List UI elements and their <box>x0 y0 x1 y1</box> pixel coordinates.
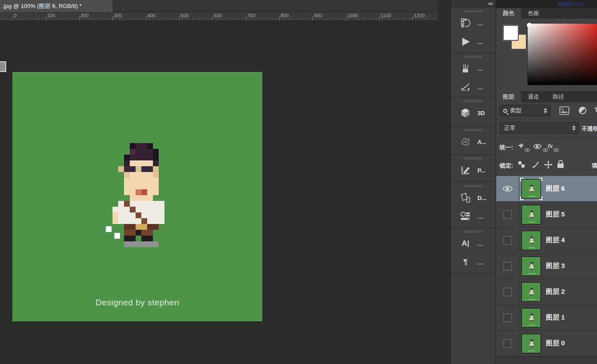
panel-button-cube-3d[interactable]: 3D <box>451 104 496 122</box>
pixel-cell <box>533 317 533 318</box>
saturation-brightness-field[interactable] <box>527 23 597 85</box>
canvas-artwork[interactable]: Designed by stephen <box>12 72 262 321</box>
panel-button-devices[interactable]: D... <box>451 188 496 207</box>
ruler-label: 1200 <box>414 13 425 18</box>
layer-visibility-toggle[interactable] <box>496 228 519 253</box>
pixel-cell <box>136 224 141 230</box>
pixel-cell <box>130 184 136 189</box>
blend-mode-dropdown[interactable]: 正常 <box>500 122 579 134</box>
tab-layers[interactable]: 图层 <box>496 91 521 103</box>
layer-visibility-toggle[interactable] <box>496 279 519 304</box>
chevron-updown-icon <box>544 108 547 113</box>
panel-grip[interactable] <box>464 185 483 187</box>
layer-visibility-toggle[interactable] <box>496 202 519 227</box>
pixel-cell <box>153 224 159 230</box>
color-panel-body <box>496 19 597 91</box>
unify-position-button[interactable] <box>517 143 530 149</box>
layer-filter-row: 类型 T <box>496 103 597 119</box>
layer-name[interactable]: 图层 3 <box>546 253 565 279</box>
pixel-cell <box>153 218 159 224</box>
layer-filter-type-dropdown[interactable]: 类型 <box>500 105 550 116</box>
filter-type-layers-icon[interactable]: T <box>594 106 597 113</box>
character-panel-icon: A| <box>458 239 473 248</box>
layer-thumbnail[interactable] <box>521 308 541 328</box>
pixel-cell <box>153 241 159 247</box>
panel-grip[interactable] <box>464 129 483 131</box>
pixel-cell <box>147 155 153 160</box>
layer-name[interactable]: 图层 4 <box>546 228 565 253</box>
pixel-cell <box>130 241 136 247</box>
pixel-cell <box>147 207 153 212</box>
pixel-cell <box>118 218 124 224</box>
layer-name[interactable]: 图层 1 <box>546 305 565 330</box>
layer-row[interactable]: 图层 3 <box>496 253 597 279</box>
lock-position-button[interactable] <box>544 160 553 171</box>
pixel-cell <box>136 195 141 201</box>
panel-grip[interactable] <box>464 56 483 58</box>
layer-row[interactable]: 图层 2 <box>496 279 597 305</box>
layer-thumbnail[interactable] <box>521 282 541 302</box>
panel-grip[interactable] <box>464 231 483 233</box>
panel-button-actions-play[interactable]: ... <box>451 32 496 51</box>
tab-paths[interactable]: 路径 <box>546 91 571 103</box>
panel-button-measure-pen[interactable]: P... <box>451 161 496 180</box>
pixel-cell <box>147 178 153 184</box>
pixel-cell <box>533 242 533 243</box>
layer-thumbnail[interactable] <box>521 204 541 225</box>
pixel-cell <box>141 230 147 236</box>
layer-visibility-toggle[interactable] <box>496 253 519 279</box>
layer-name[interactable]: 图层 5 <box>546 202 565 227</box>
pixel-cell <box>533 320 533 320</box>
layer-name[interactable]: 图层 0 <box>546 331 565 356</box>
color-gradient <box>528 24 597 85</box>
document-tab-bar: .jpg @ 100% (图层 6, RGB/8) * <box>0 0 438 12</box>
layer-visibility-toggle[interactable] <box>496 305 519 330</box>
pixel-cell <box>533 191 533 191</box>
tab-swatches[interactable]: 色板 <box>521 8 546 19</box>
layer-row[interactable]: 图层 0 <box>496 331 597 356</box>
layer-row[interactable]: 图层 5 <box>496 202 597 228</box>
pixel-cell <box>147 224 153 230</box>
layer-name[interactable]: 图层 6 <box>546 176 565 201</box>
layer-thumbnail[interactable] <box>521 256 541 276</box>
panel-button-brush-stroke[interactable]: ... <box>451 78 496 96</box>
layer-row[interactable]: 图层 6 <box>496 176 597 202</box>
tool-group: P... <box>451 154 496 182</box>
color-picker-marker[interactable] <box>527 23 532 28</box>
foreground-color-swatch[interactable] <box>503 25 518 40</box>
layer-visibility-toggle[interactable] <box>496 331 519 356</box>
thumbnail-pixel-character <box>529 236 533 244</box>
panel-button-paragraph[interactable]: ¶... <box>451 253 496 272</box>
horizontal-ruler[interactable]: 0100200300400500600700800900100011001200 <box>0 12 438 21</box>
pixel-cell <box>159 212 164 218</box>
layer-thumbnail[interactable] <box>521 230 541 251</box>
pixel-cell <box>112 207 118 212</box>
selection-corner <box>539 196 542 200</box>
layer-thumbnail[interactable] <box>521 179 541 199</box>
lock-pixels-button[interactable] <box>532 160 540 171</box>
tab-channels[interactable]: 通道 <box>521 91 546 103</box>
collapse-panels-button[interactable]: «« <box>451 0 496 7</box>
panel-button-library[interactable]: ... <box>451 207 496 226</box>
layer-thumbnail[interactable] <box>521 333 541 354</box>
layer-row[interactable]: 图层 4 <box>496 228 597 253</box>
pixel-cell <box>124 212 130 218</box>
panel-button-history[interactable]: ... <box>451 14 496 32</box>
filter-adjustment-layers-icon[interactable] <box>579 107 586 114</box>
layer-visibility-toggle[interactable] <box>496 176 519 201</box>
layer-name[interactable]: 图层 2 <box>546 279 565 304</box>
unify-effects-button[interactable]: fx <box>548 143 559 149</box>
panel-button-character-panel[interactable]: A|... <box>451 234 496 253</box>
document-tab[interactable]: .jpg @ 100% (图层 6, RGB/8) * <box>0 0 112 12</box>
filter-pixel-layers-icon[interactable] <box>559 106 569 117</box>
unify-visibility-button[interactable] <box>533 144 548 149</box>
tool-group: 3D <box>451 97 496 126</box>
panel-button-brushes-cup[interactable]: ... <box>451 59 496 78</box>
layer-row[interactable]: 图层 1 <box>496 305 597 331</box>
tab-color[interactable]: 颜色 <box>496 8 521 19</box>
panel-grip[interactable] <box>464 100 483 102</box>
panel-grip[interactable] <box>464 157 483 160</box>
panel-grip[interactable] <box>464 10 483 12</box>
pixel-cell <box>130 178 136 184</box>
panel-button-adjustments[interactable]: A... <box>451 132 496 151</box>
